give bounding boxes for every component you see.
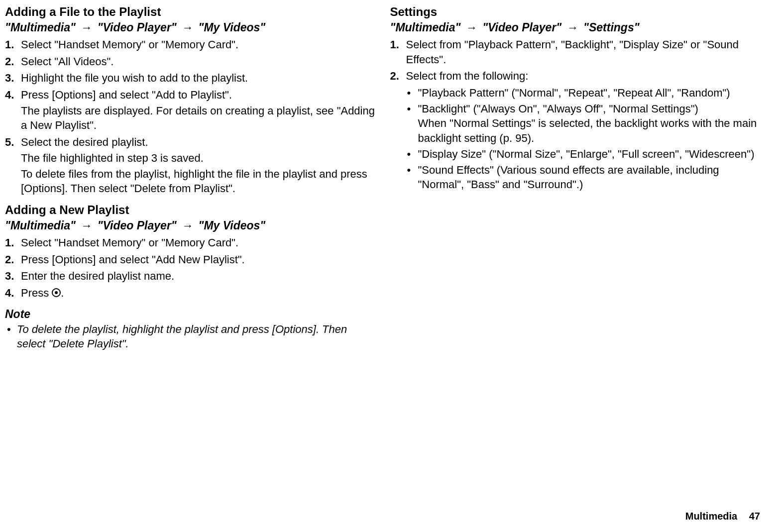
step-text: Select "Handset Memory" or "Memory Card"… [21, 38, 238, 51]
page-footer: Multimedia 47 [685, 511, 760, 522]
step-item: Enter the desired playlist name. [5, 269, 375, 284]
steps-list: Select "Handset Memory" or "Memory Card"… [5, 37, 375, 196]
step-item: Select from "Playback Pattern", "Backlig… [390, 37, 761, 67]
step-item: Press [Options] and select "Add New Play… [5, 252, 375, 267]
arrow-icon: → [79, 21, 94, 34]
nav-path: "Multimedia" → "Video Player" → "My Vide… [5, 21, 375, 34]
step-item: Highlight the file you wish to add to th… [5, 71, 375, 86]
section-title: Adding a File to the Playlist [5, 5, 375, 19]
nav-segment: "Multimedia" [390, 21, 461, 34]
nav-segment: "Multimedia" [5, 219, 76, 232]
arrow-icon: → [79, 219, 94, 232]
nav-segment: "Multimedia" [5, 21, 76, 34]
section-title: Settings [390, 5, 761, 19]
arrow-icon: → [180, 219, 195, 232]
step-text: Enter the desired playlist name. [21, 270, 174, 282]
bullet-text: "Backlight" ("Always On", "Always Off", … [418, 103, 698, 115]
bullet-item: "Display Size" ("Normal Size", "Enlarge"… [406, 147, 761, 162]
nav-segment: "My Videos" [199, 219, 266, 232]
nav-segment: "Video Player" [482, 21, 561, 34]
step-text: Press [Options] and select "Add New Play… [21, 253, 245, 266]
step-text-prefix: Press [21, 287, 52, 299]
step-text: Select from "Playback Pattern", "Backlig… [406, 38, 739, 66]
footer-label: Multimedia [685, 511, 737, 522]
step-item: Press . [5, 286, 375, 301]
right-column: Settings "Multimedia" → "Video Player" →… [390, 5, 761, 358]
bullets-list: "Playback Pattern" ("Normal", "Repeat", … [406, 86, 761, 192]
step-text: Select the desired playlist. [21, 136, 148, 148]
note-text: To delete the playlist, highlight the pl… [17, 323, 347, 350]
note-title: Note [5, 308, 375, 321]
arrow-icon: → [180, 21, 195, 34]
step-detail: The playlists are displayed. For details… [21, 104, 375, 133]
step-text: Select "All Videos". [21, 55, 113, 68]
bullet-detail: When "Normal Settings" is selected, the … [418, 116, 761, 145]
step-text: Select from the following: [406, 70, 529, 82]
step-item: Select from the following: "Playback Pat… [390, 69, 761, 192]
nav-segment: "Settings" [583, 21, 640, 34]
section-settings: Settings "Multimedia" → "Video Player" →… [390, 5, 761, 192]
note-item: To delete the playlist, highlight the pl… [5, 322, 375, 351]
step-detail: To delete files from the playlist, highl… [21, 167, 375, 196]
nav-segment: "My Videos" [199, 21, 266, 34]
step-item: Select "Handset Memory" or "Memory Card"… [5, 235, 375, 250]
bullet-item: "Sound Effects" (Various sound effects a… [406, 163, 761, 192]
bullet-text: "Playback Pattern" ("Normal", "Repeat", … [418, 87, 730, 99]
arrow-icon: → [464, 21, 479, 34]
step-item: Press [Options] and select "Add to Playl… [5, 88, 375, 133]
nav-segment: "Video Player" [98, 219, 177, 232]
nav-path: "Multimedia" → "Video Player" → "My Vide… [5, 219, 375, 232]
step-text: Press [Options] and select "Add to Playl… [21, 89, 232, 101]
note-list: To delete the playlist, highlight the pl… [5, 322, 375, 351]
bullet-text: "Display Size" ("Normal Size", "Enlarge"… [418, 148, 755, 160]
left-column: Adding a File to the Playlist "Multimedi… [5, 5, 375, 358]
footer-page-number: 47 [749, 511, 760, 522]
ok-button-icon [52, 288, 61, 297]
bullet-text: "Sound Effects" (Various sound effects a… [418, 164, 719, 191]
bullet-item: "Backlight" ("Always On", "Always Off", … [406, 102, 761, 146]
section-add-playlist: Adding a New Playlist "Multimedia" → "Vi… [5, 203, 375, 301]
note-block: Note To delete the playlist, highlight t… [5, 308, 375, 351]
arrow-icon: → [565, 21, 580, 34]
page-columns: Adding a File to the Playlist "Multimedi… [5, 5, 760, 358]
step-detail: The file highlighted in step 3 is saved. [21, 151, 375, 166]
step-text: Select "Handset Memory" or "Memory Card"… [21, 236, 238, 249]
step-text-suffix: . [61, 287, 64, 299]
step-item: Select "All Videos". [5, 54, 375, 69]
step-text: Highlight the file you wish to add to th… [21, 72, 248, 84]
steps-list: Select from "Playback Pattern", "Backlig… [390, 37, 761, 192]
nav-path: "Multimedia" → "Video Player" → "Setting… [390, 21, 761, 34]
section-add-file: Adding a File to the Playlist "Multimedi… [5, 5, 375, 196]
bullet-item: "Playback Pattern" ("Normal", "Repeat", … [406, 86, 761, 101]
step-item: Select the desired playlist. The file hi… [5, 135, 375, 196]
steps-list: Select "Handset Memory" or "Memory Card"… [5, 235, 375, 301]
nav-segment: "Video Player" [98, 21, 177, 34]
step-item: Select "Handset Memory" or "Memory Card"… [5, 37, 375, 52]
section-title: Adding a New Playlist [5, 203, 375, 217]
